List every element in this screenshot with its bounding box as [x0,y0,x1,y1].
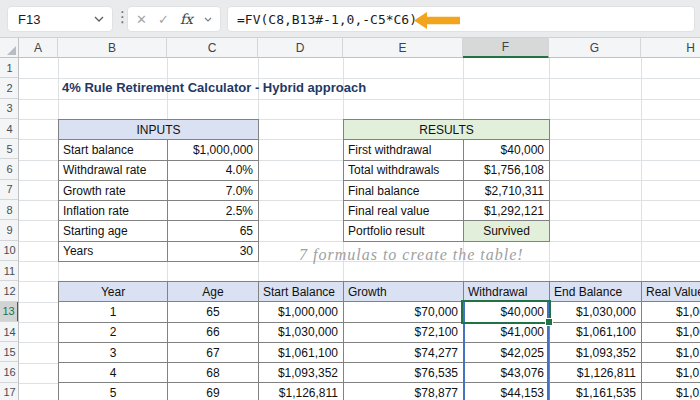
cancel-icon[interactable]: ✕ [136,12,147,27]
cell[interactable]: 68 [168,363,259,383]
cell[interactable]: $1,026,627 [642,383,700,400]
cell-value[interactable]: 7.0% [168,181,259,201]
cell-value[interactable]: 4.0% [168,161,259,181]
row-header-8[interactable]: 8 [0,200,19,220]
row-header-3[interactable]: 3 [0,99,19,119]
cell-label[interactable]: Growth rate [59,181,168,201]
cell[interactable]: 65 [168,302,259,322]
cell[interactable]: $42,025 [464,343,550,363]
row-header-1[interactable]: 1 [0,58,19,78]
cell[interactable]: 2 [59,323,168,343]
cell[interactable]: $72,100 [344,323,464,343]
select-all-corner[interactable] [0,38,19,58]
table-header-cell[interactable]: Age [168,282,259,302]
row-header-16[interactable]: 16 [0,362,19,382]
cell[interactable]: $1,020,835 [642,363,700,383]
cell-label[interactable]: Portfolio result [344,221,464,241]
row-header-7[interactable]: 7 [0,180,19,200]
row-header-5[interactable]: 5 [0,139,19,159]
cell[interactable]: 66 [168,323,259,343]
cell-value[interactable]: 30 [168,242,259,262]
cell[interactable]: 69 [168,383,259,400]
column-header-G[interactable]: G [549,38,641,58]
cell-label[interactable]: Total withdrawals [344,161,464,181]
cell[interactable]: $76,535 [344,363,464,383]
cell-value[interactable]: 2.5% [168,201,259,221]
cell-value[interactable]: $2,710,311 [464,181,550,201]
table-header-cell[interactable]: Real Value [642,282,700,302]
cell[interactable]: $1,030,000 [259,323,344,343]
cell[interactable]: $1,009,974 [642,323,700,343]
row-header-17[interactable]: 17 [0,383,19,400]
cell-label[interactable]: Inflation rate [59,201,168,221]
formula-input[interactable]: =FV(C8,B13#-1,0,-C5*C6) [227,6,695,32]
chevron-down-icon[interactable] [204,17,212,22]
row-header-4[interactable]: 4 [0,119,19,139]
fill-handle[interactable] [545,318,553,326]
cell-value[interactable]: $40,000 [464,140,550,160]
column-header-B[interactable]: B [58,38,167,58]
cell[interactable]: $1,000,000 [259,302,344,322]
cell[interactable]: $43,076 [464,363,550,383]
cell-value[interactable]: $1,000,000 [168,140,259,160]
cell-label[interactable]: Final balance [344,181,464,201]
cell-label[interactable]: Years [59,242,168,262]
table-header-cell[interactable]: Start Balance [259,282,344,302]
column-header-A[interactable]: A [19,38,58,58]
cell[interactable]: 1 [59,302,168,322]
inputs-table-header[interactable]: INPUTS [59,120,259,140]
select-all-triangle-icon [7,46,16,55]
row-header-14[interactable]: 14 [0,322,19,342]
cell-label[interactable]: Start balance [59,140,168,160]
cell[interactable]: $1,126,811 [259,383,344,400]
column-header-H[interactable]: H [641,38,700,58]
cell[interactable]: $1,093,352 [550,343,642,363]
column-header-F[interactable]: F [463,38,549,58]
row-header-11[interactable]: 11 [0,261,19,281]
cell-label[interactable]: First withdrawal [344,140,464,160]
cell[interactable]: $78,877 [344,383,464,400]
row-header-9[interactable]: 9 [0,220,19,240]
cell[interactable]: 5 [59,383,168,400]
cell[interactable]: $44,153 [464,383,550,400]
cell[interactable]: 4 [59,363,168,383]
cell[interactable]: $70,000 [344,302,464,322]
cell[interactable]: $1,061,100 [550,323,642,343]
row-header-10[interactable]: 10 [0,241,19,261]
cell-value[interactable]: Survived [464,221,550,241]
name-box[interactable]: F13 [7,6,113,32]
row-header-12[interactable]: 12 [0,281,19,301]
confirm-icon[interactable]: ✓ [158,12,169,27]
row-header-15[interactable]: 15 [0,342,19,362]
column-header-C[interactable]: C [167,38,258,58]
cell[interactable]: 3 [59,343,168,363]
row-header-13[interactable]: 13 [0,302,19,322]
cell-label[interactable]: Final real value [344,201,464,221]
sheet-title[interactable]: 4% Rule Retirement Calculator - Hybrid a… [62,80,366,95]
cell[interactable]: $74,277 [344,343,464,363]
table-header-cell[interactable]: End Balance [550,282,642,302]
cell-value[interactable]: $1,756,108 [464,161,550,181]
insert-function-icon[interactable]: fx [180,11,193,27]
column-header-E[interactable]: E [343,38,463,58]
cell[interactable]: $1,030,000 [550,302,642,322]
results-table-header[interactable]: RESULTS [344,120,550,140]
row-header-2[interactable]: 2 [0,78,19,98]
cell[interactable]: $1,093,352 [259,363,344,383]
cell-label[interactable]: Starting age [59,221,168,241]
cell-value[interactable]: 65 [168,221,259,241]
cell-value[interactable]: $1,292,121 [464,201,550,221]
chevron-down-icon[interactable] [94,16,104,22]
table-header-cell[interactable]: Growth [344,282,464,302]
cell[interactable]: $1,004,878 [642,302,700,322]
cell[interactable]: $1,126,811 [550,363,642,383]
column-header-D[interactable]: D [258,38,343,58]
cell-label[interactable]: Withdrawal rate [59,161,168,181]
cell[interactable]: $41,000 [464,323,550,343]
cell[interactable]: $1,015,286 [642,343,700,363]
cell[interactable]: 67 [168,343,259,363]
cell[interactable]: $1,161,535 [550,383,642,400]
row-header-6[interactable]: 6 [0,159,19,179]
table-header-cell[interactable]: Year [59,282,168,302]
cell[interactable]: $1,061,100 [259,343,344,363]
